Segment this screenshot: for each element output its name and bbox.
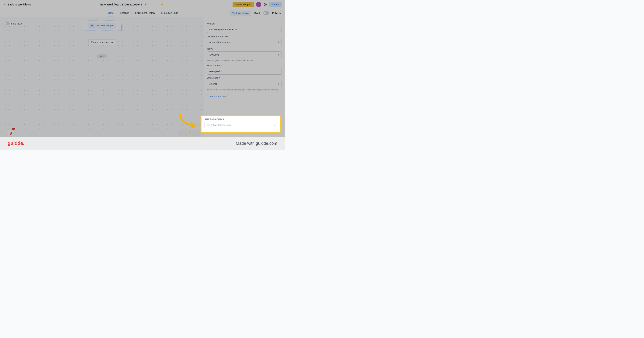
support-badge[interactable]: topline Support xyxy=(232,2,254,7)
worksheet-helper: Sheet Name will be used for referencing,… xyxy=(207,88,282,91)
drive-value: My Drive xyxy=(210,53,219,56)
account-label: CHOOSE AN ACCOUNT xyxy=(207,36,282,38)
action-value: Create Spreadsheet Row xyxy=(210,28,237,31)
workflow-canvas[interactable]: Stats View + Add New Trigger Please sele… xyxy=(0,17,204,137)
chevron-updown-icon: ▴▾ xyxy=(278,83,279,85)
back-button[interactable]: Back to Workflows xyxy=(3,3,31,6)
chevron-updown-icon: ▴▾ xyxy=(278,28,279,31)
refresh-headers-button[interactable]: Refresh Headers xyxy=(207,94,229,99)
publish-label: Publish xyxy=(272,12,281,15)
end-node: END xyxy=(97,54,106,58)
bolt-icon: ⚡ xyxy=(160,3,164,6)
spreadsheet-value: example list xyxy=(210,70,222,73)
plus-icon: + xyxy=(90,24,94,28)
account-value: andrea@topline.com xyxy=(210,41,232,44)
tab-settings[interactable]: Settings xyxy=(120,9,129,17)
tab-builder[interactable]: Builder xyxy=(107,9,114,17)
add-trigger-box[interactable]: + Add New Trigger xyxy=(82,21,122,31)
chevron-updown-icon: ▴▾ xyxy=(278,70,279,73)
chevron-updown-icon: ▴▾ xyxy=(278,54,279,56)
drive-select[interactable]: My Drive ▴▾ xyxy=(207,52,282,58)
action-label: ACTION xyxy=(207,23,282,25)
app-badge[interactable]: g 19 xyxy=(7,129,15,137)
publish-toggle[interactable] xyxy=(263,11,269,15)
back-label: Back to Workflows xyxy=(8,3,31,6)
tutorial-arrow-icon xyxy=(177,112,202,131)
stats-view-label: Stats View xyxy=(11,23,22,25)
tab-enrollment-history[interactable]: Enrollment History xyxy=(135,9,155,17)
chevron-left-icon xyxy=(3,3,6,6)
starting-column-placeholder: Select a Start Column xyxy=(207,124,231,126)
saved-button[interactable]: Saved xyxy=(269,2,282,7)
starting-column-label: STARTING COLUMN xyxy=(204,118,277,120)
draft-label: Draft xyxy=(254,12,260,15)
made-with-label: Made with guidde.com xyxy=(236,141,277,146)
chevron-updown-icon: ▴▾ xyxy=(274,124,274,126)
flow-connector xyxy=(102,45,102,54)
worksheet-value: Sheet1 xyxy=(210,83,217,85)
spreadsheet-label: SPREADSHEET xyxy=(207,65,282,67)
starting-column-select[interactable]: Select a Start Column ▴▾ xyxy=(204,122,277,128)
starting-column-highlight: STARTING COLUMN Select a Start Column ▴▾ xyxy=(200,115,281,133)
avatar[interactable] xyxy=(256,2,261,7)
workflow-title: New Workflow : 1706652062945 xyxy=(100,3,142,6)
pencil-icon[interactable] xyxy=(144,3,147,6)
header-center: New Workflow : 1706652062945 ⚡ xyxy=(100,3,164,6)
worksheet-label: WORKSHEET xyxy=(207,77,282,79)
spreadsheet-select[interactable]: example list ▴▾ xyxy=(207,68,282,75)
account-select[interactable]: andrea@topline.com ▴▾ xyxy=(207,39,282,45)
tab-execution-logs[interactable]: Execution Logs xyxy=(161,9,178,17)
chevron-updown-icon: ▴▾ xyxy=(278,41,279,43)
stats-view-toggle[interactable]: Stats View xyxy=(4,21,24,26)
test-workflow-button[interactable]: Test Workflow xyxy=(230,11,252,16)
action-node[interactable]: Please select action xyxy=(88,39,115,45)
drive-helper: The Google Drive where your spreadsheet … xyxy=(207,59,282,62)
add-trigger-label: Add New Trigger xyxy=(96,24,114,27)
action-select[interactable]: Create Spreadsheet Row ▴▾ xyxy=(207,26,282,33)
badge-count: 19 xyxy=(12,128,15,130)
guidde-logo: guidde. xyxy=(8,140,24,146)
tabs-bar: Builder Settings Enrollment History Exec… xyxy=(0,9,285,17)
history-icon[interactable] xyxy=(264,3,267,6)
worksheet-select[interactable]: Sheet1 ▴▾ xyxy=(207,81,282,87)
drive-label: DRIVE xyxy=(207,48,282,50)
header-right: topline Support Saved xyxy=(232,2,282,7)
flow-connector xyxy=(102,31,102,39)
toggle-icon xyxy=(5,23,10,25)
app-header: Back to Workflows New Workflow : 1706652… xyxy=(0,0,285,9)
footer: guidde. Made with guidde.com xyxy=(0,137,285,150)
